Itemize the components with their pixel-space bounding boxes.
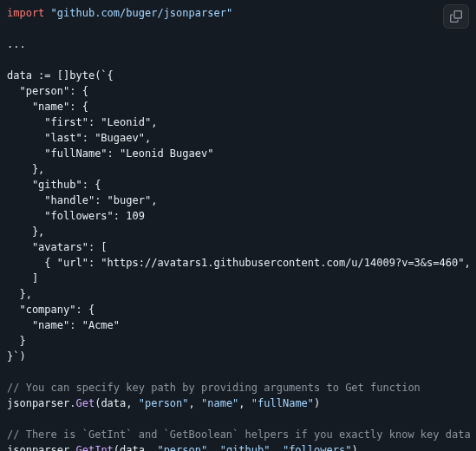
copy-icon xyxy=(450,10,462,23)
json-line: }`) xyxy=(7,350,26,363)
string-import-path: "github.com/buger/jsonparser" xyxy=(51,7,233,19)
keyword-import: import xyxy=(7,7,44,19)
json-line: "first": "Leonid", xyxy=(7,116,157,128)
ellipsis: ... xyxy=(7,38,26,50)
json-line: ] xyxy=(7,272,38,284)
data-decl: data := []byte(`{ xyxy=(7,69,114,82)
json-line: "name": { xyxy=(7,101,88,113)
json-line: { "url": "https://avatars1.githubusercon… xyxy=(7,257,476,269)
json-line: }, xyxy=(7,163,44,175)
comment: // You can specify key path by providing… xyxy=(7,382,421,394)
fn-getint: GetInt xyxy=(75,444,113,451)
json-line: }, xyxy=(7,226,44,238)
code-block: import "github.com/buger/jsonparser" ...… xyxy=(0,0,476,451)
json-line: "fullName": "Leonid Bugaev" xyxy=(7,147,213,160)
json-line: "company": { xyxy=(7,304,95,316)
json-line: "name": "Acme" xyxy=(7,319,120,331)
json-line: "followers": 109 xyxy=(7,210,145,222)
fn-get: Get xyxy=(75,397,95,409)
pkg: jsonparser. xyxy=(7,397,75,409)
pkg: jsonparser. xyxy=(7,444,75,451)
json-line: "github": { xyxy=(7,179,101,191)
json-line: "handle": "buger", xyxy=(7,194,157,206)
code-content: import "github.com/buger/jsonparser" ...… xyxy=(7,5,469,451)
json-line: "last": "Bugaev", xyxy=(7,132,151,144)
json-line: } xyxy=(7,335,26,347)
json-line: "avatars": [ xyxy=(7,241,108,253)
json-line: }, xyxy=(7,288,32,300)
comment: // There is `GetInt` and `GetBoolean` he… xyxy=(7,428,476,441)
copy-button[interactable] xyxy=(443,4,469,29)
json-line: "person": { xyxy=(7,85,88,97)
